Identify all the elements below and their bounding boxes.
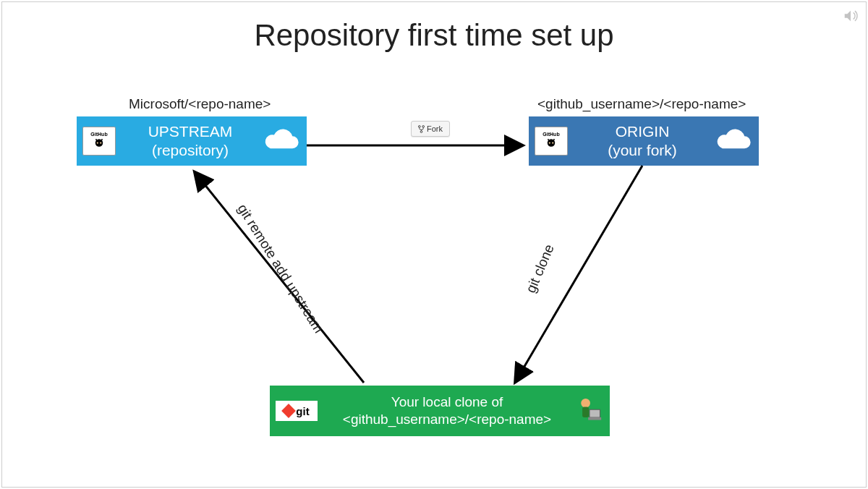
upstream-box: GitHub UPSTREAM (repository) [77,116,307,166]
origin-label-1: ORIGIN [616,123,670,140]
local-label-1: Your local clone of [391,394,503,409]
github-badge-label: GitHub [90,132,107,137]
upstream-label-1: UPSTREAM [148,123,233,140]
origin-box: GitHub ORIGIN (your fork) [529,116,759,166]
upstream-label-2: (repository) [152,142,229,158]
github-badge: GitHub [535,127,568,156]
git-icon [281,404,296,418]
github-badge-label: GitHub [542,132,559,137]
origin-label-2: (your fork) [608,142,677,158]
fork-icon [418,125,425,133]
git-badge-label: git [296,405,309,417]
local-text: Your local clone of <github_username>/<r… [270,394,610,428]
svg-point-5 [552,142,553,143]
svg-point-11 [418,125,420,127]
git-badge: git [276,401,318,421]
svg-point-1 [97,142,98,143]
cloud-icon [262,128,301,154]
local-box: git Your local clone of <github_username… [270,386,610,436]
cloud-icon [714,128,753,154]
svg-rect-7 [582,407,589,417]
fork-arrow [307,138,529,153]
github-icon [92,137,106,150]
github-badge: GitHub [82,127,116,156]
upstream-caption: Microsoft/<repo-name> [129,96,271,112]
github-icon [544,137,558,150]
svg-point-2 [100,142,101,143]
origin-caption: <github_username>/<repo-name> [537,96,746,112]
user-computer-icon [576,396,603,425]
svg-point-12 [422,125,425,127]
slide-title: Repository first time set up [2,18,866,53]
svg-point-13 [420,130,422,132]
local-label-2: <github_username>/<repo-name> [343,412,551,427]
fork-button[interactable]: Fork [411,121,450,137]
fork-button-label: Fork [427,124,443,133]
slide: Repository first time set up Microsoft/<… [1,1,867,488]
svg-rect-8 [590,409,600,417]
svg-point-6 [581,399,590,408]
svg-point-4 [549,142,550,143]
svg-rect-9 [588,417,601,420]
